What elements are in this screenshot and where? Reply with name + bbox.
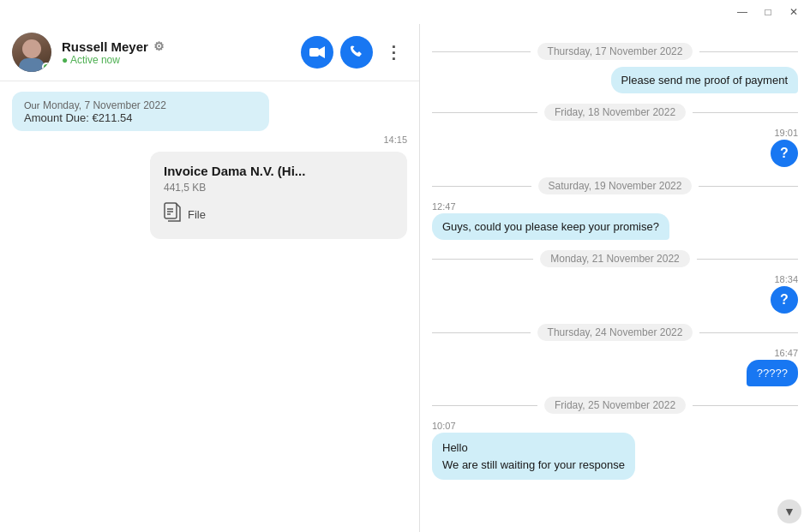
date-label-fri25: Friday, 25 November 2022 xyxy=(544,397,686,414)
message-time: 10:07 xyxy=(432,421,456,431)
info-date: Monday, 7 November 2022 xyxy=(43,99,166,111)
right-scroll-container: Thursday, 17 November 2022 Please send m… xyxy=(420,24,810,532)
message-row: 16:47 ????? xyxy=(432,348,798,386)
file-message-bubble: Invoice Dama N.V. (Hi... 441,5 KB File xyxy=(150,152,407,239)
divider-line xyxy=(432,51,531,52)
message-row: Please send me proof of payment xyxy=(432,67,798,93)
info-label: Our xyxy=(24,100,39,111)
close-button[interactable]: ✕ xyxy=(786,4,801,20)
divider-line xyxy=(699,186,798,187)
scroll-down-button[interactable]: ▼ xyxy=(777,499,801,523)
message-row: 10:07 Hello We are still waiting for you… xyxy=(432,421,798,480)
message-bubble-incoming: ? xyxy=(771,286,798,314)
date-label-thu24: Thursday, 24 November 2022 xyxy=(537,324,693,341)
settings-icon[interactable]: ⚙ xyxy=(153,39,165,53)
date-label-sat19: Saturday, 19 November 2022 xyxy=(538,177,693,194)
file-title: Invoice Dama N.V. (Hi... xyxy=(164,164,393,178)
message-row: 18:34 ? xyxy=(432,274,798,314)
left-panel: Russell Meyer ⚙ ● Active now xyxy=(0,24,420,532)
file-attachment[interactable]: File xyxy=(164,202,393,227)
right-panel: Thursday, 17 November 2022 Please send m… xyxy=(420,24,810,532)
info-amount: Amount Due: €211.54 xyxy=(24,111,257,124)
chat-header: Russell Meyer ⚙ ● Active now xyxy=(0,24,419,81)
title-bar: — □ ✕ xyxy=(0,0,810,24)
message-row: 12:47 Guys, could you please keep your p… xyxy=(432,201,798,240)
file-label: File xyxy=(188,208,206,221)
date-divider-thu17: Thursday, 17 November 2022 xyxy=(432,43,798,60)
date-label-fri18: Friday, 18 November 2022 xyxy=(544,104,686,121)
divider-line xyxy=(432,186,531,187)
contact-info: Russell Meyer ⚙ ● Active now xyxy=(62,39,291,66)
message-bubble-incoming: ????? xyxy=(747,360,798,386)
message-row: 19:01 ? xyxy=(432,128,798,167)
file-document-icon xyxy=(164,202,181,227)
message-bubble-outgoing: Guys, could you please keep your promise… xyxy=(432,213,669,240)
active-status: ● Active now xyxy=(62,54,291,66)
svg-marker-1 xyxy=(319,46,325,58)
message-bubble-outgoing: Please send me proof of payment xyxy=(611,67,798,93)
minimize-button[interactable]: — xyxy=(735,4,750,20)
contact-name-text: Russell Meyer xyxy=(62,39,148,54)
divider-line xyxy=(432,259,533,260)
right-messages-area[interactable]: Thursday, 17 November 2022 Please send m… xyxy=(420,24,810,532)
main-layout: Russell Meyer ⚙ ● Active now xyxy=(0,24,810,532)
avatar xyxy=(12,33,51,72)
divider-line xyxy=(699,51,798,52)
info-message-bubble: Our Monday, 7 November 2022 Amount Due: … xyxy=(12,92,269,131)
svg-rect-2 xyxy=(165,203,177,218)
message-time: 19:01 xyxy=(774,128,798,138)
message-bubble-incoming: ? xyxy=(771,140,798,167)
video-call-button[interactable] xyxy=(301,36,333,69)
header-actions: ⋮ xyxy=(301,36,407,69)
maximize-button[interactable]: □ xyxy=(760,4,776,20)
message-time: 16:47 xyxy=(774,348,798,358)
divider-line xyxy=(699,332,798,333)
date-divider-mon21: Monday, 21 November 2022 xyxy=(432,250,798,267)
date-divider-fri25: Friday, 25 November 2022 xyxy=(432,397,798,414)
phone-call-button[interactable] xyxy=(340,36,373,69)
file-time: 14:15 xyxy=(12,134,407,145)
divider-line xyxy=(697,259,798,260)
svg-rect-0 xyxy=(309,48,319,57)
message-time: 12:47 xyxy=(432,201,456,212)
message-time: 18:34 xyxy=(774,274,798,284)
divider-line xyxy=(432,332,531,333)
date-divider-sat19: Saturday, 19 November 2022 xyxy=(432,177,798,194)
divider-line xyxy=(432,405,537,406)
more-options-button[interactable]: ⋮ xyxy=(380,39,407,66)
date-label-mon21: Monday, 21 November 2022 xyxy=(540,250,690,267)
contact-name: Russell Meyer ⚙ xyxy=(62,39,291,54)
date-label-thu17: Thursday, 17 November 2022 xyxy=(537,43,693,60)
left-messages-area[interactable]: Our Monday, 7 November 2022 Amount Due: … xyxy=(0,81,419,532)
date-divider-thu24: Thursday, 24 November 2022 xyxy=(432,324,798,341)
message-bubble-hello: Hello We are still waiting for your resp… xyxy=(432,433,635,480)
divider-line xyxy=(693,405,798,406)
divider-line xyxy=(693,112,798,113)
file-size: 441,5 KB xyxy=(164,182,393,194)
status-indicator xyxy=(42,63,51,71)
date-divider-fri18: Friday, 18 November 2022 xyxy=(432,104,798,121)
divider-line xyxy=(432,112,537,113)
